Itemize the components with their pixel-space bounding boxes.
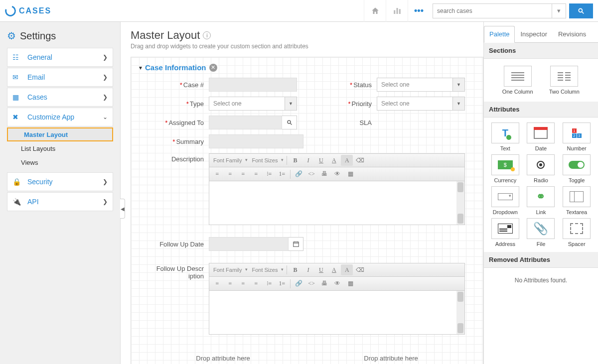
rte-italic-icon[interactable]: I — [302, 155, 314, 166]
reports-icon[interactable] — [386, 0, 408, 22]
rte-italic-icon[interactable]: I — [302, 264, 314, 275]
rte-bold-icon[interactable]: B — [289, 155, 301, 166]
rte-color-icon[interactable]: A — [328, 155, 340, 166]
priority-select[interactable]: Select one▼ — [377, 97, 465, 111]
palette-textarea[interactable]: Textarea — [560, 186, 593, 215]
rte-align-center-icon[interactable]: ≡ — [224, 169, 236, 180]
rte-font-sizes[interactable]: Font Sizes — [250, 267, 285, 273]
scrollbar[interactable] — [456, 291, 464, 334]
rte-print-icon[interactable]: 🖶 — [318, 278, 330, 289]
remove-section-icon[interactable]: ✕ — [209, 64, 217, 72]
palette-file[interactable]: 📎File — [525, 218, 558, 247]
search-dropdown-icon[interactable]: ▾ — [552, 3, 566, 18]
rte-preview-icon[interactable]: 👁 — [331, 169, 343, 180]
field-assigned-to[interactable]: *Assigned To — [149, 116, 297, 129]
palette-one-column[interactable]: One Column — [496, 66, 540, 95]
rte-align-right-icon[interactable]: ≡ — [237, 169, 249, 180]
field-type[interactable]: *Type Select one▼ — [149, 97, 297, 111]
rte-underline-icon[interactable]: U — [315, 264, 327, 275]
home-icon[interactable] — [364, 0, 386, 22]
rte-textarea[interactable] — [209, 181, 465, 225]
summary-input[interactable] — [209, 134, 303, 148]
rte-list-ol-icon[interactable]: 1≡ — [276, 278, 288, 289]
palette-dropdown[interactable]: Dropdown — [489, 186, 522, 215]
rte-code-icon[interactable]: <> — [305, 278, 317, 289]
assigned-to-input[interactable] — [209, 116, 282, 129]
description-editor[interactable]: Font Family Font Sizes B I U A A ⌫ — [209, 153, 465, 225]
status-select[interactable]: Select one▼ — [377, 78, 465, 92]
nav-customize-app[interactable]: ✖ Customize App ⌄ — [7, 108, 113, 126]
drop-zone-left[interactable]: Drop attribute here — [139, 350, 307, 364]
palette-currency[interactable]: $Currency — [489, 154, 522, 183]
rte-bgcolor-icon[interactable]: A — [341, 155, 353, 166]
palette-text[interactable]: Text — [489, 122, 522, 151]
rte-link-icon[interactable]: 🔗 — [293, 169, 304, 180]
search-button[interactable] — [569, 3, 593, 18]
rte-clear-icon[interactable]: ⌫ — [354, 264, 366, 275]
rte-bold-icon[interactable]: B — [289, 264, 301, 275]
nav-cases[interactable]: ▦ Cases ❯ — [7, 88, 113, 107]
palette-link[interactable]: ⚭Link — [525, 186, 558, 215]
scrollbar[interactable] — [456, 181, 464, 225]
nav-security[interactable]: 🔒 Security ❯ — [7, 172, 113, 191]
rte-list-ol-icon[interactable]: 1≡ — [276, 169, 288, 180]
rte-align-center-icon[interactable]: ≡ — [224, 278, 236, 289]
rte-table-icon[interactable]: ▦ — [344, 169, 356, 180]
rte-align-left-icon[interactable]: ≡ — [211, 169, 223, 180]
assigned-to-lookup-icon[interactable] — [282, 116, 297, 129]
field-status[interactable]: *Status Select one▼ — [317, 78, 465, 92]
rte-color-icon[interactable]: A — [328, 264, 340, 275]
section-header[interactable]: ▾ Case Information ✕ — [139, 63, 475, 72]
palette-spacer[interactable]: Spacer — [560, 218, 593, 247]
rte-preview-icon[interactable]: 👁 — [331, 278, 343, 289]
field-description[interactable]: Description Font Family Font Sizes B I U… — [149, 153, 465, 225]
rte-align-right-icon[interactable]: ≡ — [237, 278, 249, 289]
rte-align-justify-icon[interactable]: ≡ — [250, 278, 262, 289]
nav-api[interactable]: 🔌 API ❯ — [7, 192, 113, 211]
tab-palette[interactable]: Palette — [484, 26, 515, 43]
follow-up-date-input[interactable] — [209, 237, 289, 251]
more-icon[interactable]: ••• — [408, 0, 430, 22]
search-input[interactable] — [433, 3, 552, 18]
tab-inspector[interactable]: Inspector — [515, 26, 552, 42]
field-sla[interactable]: SLA — [317, 116, 465, 129]
rte-align-left-icon[interactable]: ≡ — [211, 278, 223, 289]
rte-list-ul-icon[interactable]: ⁝≡ — [263, 169, 275, 180]
subnav-list-layouts[interactable]: List Layouts — [5, 141, 113, 155]
calendar-icon[interactable] — [289, 237, 303, 251]
rte-underline-icon[interactable]: U — [315, 155, 327, 166]
nav-email[interactable]: ✉ Email ❯ — [7, 68, 113, 87]
rte-clear-icon[interactable]: ⌫ — [354, 155, 366, 166]
drop-zone-right[interactable]: Drop attribute here — [307, 350, 475, 364]
rte-align-justify-icon[interactable]: ≡ — [250, 169, 262, 180]
palette-radio[interactable]: Radio — [525, 154, 558, 183]
rte-code-icon[interactable]: <> — [305, 169, 317, 180]
rte-textarea[interactable] — [209, 291, 465, 335]
rte-link-icon[interactable]: 🔗 — [293, 278, 304, 289]
nav-general[interactable]: ☷ General ❯ — [7, 48, 113, 67]
palette-address[interactable]: Address — [489, 218, 522, 247]
field-follow-up-descr[interactable]: Follow Up Descr iption Font Family Font … — [149, 263, 465, 335]
subnav-views[interactable]: Views — [5, 155, 113, 169]
rte-font-family[interactable]: Font Family — [211, 157, 249, 163]
palette-date[interactable]: Date — [525, 122, 558, 151]
collapse-arrow-icon[interactable]: ▾ — [139, 64, 142, 71]
rte-print-icon[interactable]: 🖶 — [318, 169, 330, 180]
rte-font-sizes[interactable]: Font Sizes — [250, 157, 285, 163]
case-no-input[interactable] — [209, 78, 297, 92]
palette-number[interactable]: 123Number — [560, 122, 593, 151]
info-icon[interactable]: i — [203, 31, 211, 39]
subnav-master-layout[interactable]: Master Layout — [7, 127, 113, 141]
type-select[interactable]: Select one▼ — [209, 97, 297, 111]
field-summary[interactable]: *Summary — [149, 134, 465, 148]
field-follow-up-date[interactable]: Follow Up Date — [149, 237, 465, 251]
layout-canvas[interactable]: ▾ Case Information ✕ *Case # *Status Sel… — [131, 57, 483, 364]
tab-revisions[interactable]: Revisions — [553, 26, 592, 42]
rte-list-ul-icon[interactable]: ⁝≡ — [263, 278, 275, 289]
palette-two-column[interactable]: Two Column — [543, 66, 587, 95]
rte-table-icon[interactable]: ▦ — [344, 278, 356, 289]
follow-up-descr-editor[interactable]: Font Family Font Sizes B I U A A ⌫ — [209, 263, 465, 335]
palette-toggle[interactable]: Toggle — [560, 154, 593, 183]
rte-bgcolor-icon[interactable]: A — [341, 264, 353, 275]
field-priority[interactable]: *Priority Select one▼ — [317, 97, 465, 111]
